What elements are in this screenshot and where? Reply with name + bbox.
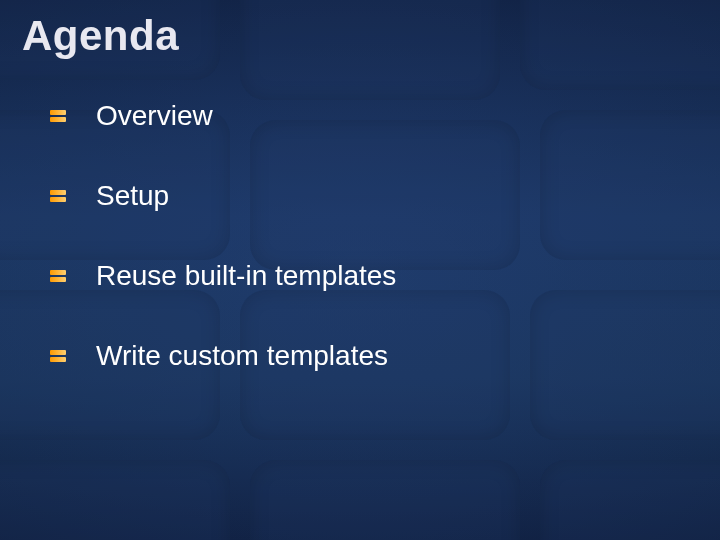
bullet-label: Setup (96, 180, 169, 212)
bullet-icon (50, 110, 66, 122)
bullet-icon (50, 190, 66, 202)
list-item: Write custom templates (50, 340, 680, 372)
bullet-label: Reuse built-in templates (96, 260, 396, 292)
bullet-icon (50, 270, 66, 282)
bullet-list: Overview Setup Reuse built-in templates … (50, 100, 680, 420)
bullet-icon (50, 350, 66, 362)
list-item: Setup (50, 180, 680, 212)
bullet-label: Overview (96, 100, 213, 132)
bullet-label: Write custom templates (96, 340, 388, 372)
slide-title: Agenda (22, 12, 179, 60)
list-item: Reuse built-in templates (50, 260, 680, 292)
list-item: Overview (50, 100, 680, 132)
